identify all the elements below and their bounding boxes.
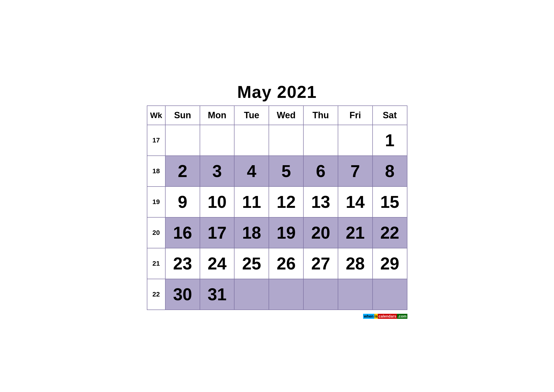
calendar-page: May 2021 Wk Sun Mon Tue Wed Thu Fri Sat … — [147, 82, 407, 310]
day-cell — [338, 279, 373, 310]
day-cell — [200, 125, 235, 156]
watermark: wheniscalendars.com — [363, 314, 407, 319]
day-cell: 24 — [200, 248, 235, 279]
day-cell: 21 — [338, 217, 373, 248]
day-cell: 4 — [234, 156, 269, 187]
week-number: 21 — [147, 248, 165, 279]
day-cell: 18 — [234, 217, 269, 248]
week-number: 18 — [147, 156, 165, 187]
day-cell: 26 — [269, 248, 303, 279]
day-cell: 13 — [303, 187, 338, 217]
header-sat: Sat — [373, 106, 407, 125]
calendar-row: 182345678 — [147, 156, 407, 187]
day-cell: 30 — [165, 279, 200, 310]
day-cell — [269, 279, 303, 310]
header-tue: Tue — [234, 106, 269, 125]
week-number: 22 — [147, 279, 165, 310]
calendar-row: 223031 — [147, 279, 407, 310]
week-number: 17 — [147, 125, 165, 156]
day-cell — [234, 125, 269, 156]
watermark-calendars: calendars — [378, 314, 397, 319]
day-cell: 17 — [200, 217, 235, 248]
header-wk: Wk — [147, 106, 165, 125]
calendar-row: 171 — [147, 125, 407, 156]
calendar-table: Wk Sun Mon Tue Wed Thu Fri Sat 171182345… — [147, 105, 407, 310]
header-sun: Sun — [165, 106, 200, 125]
day-cell — [303, 279, 338, 310]
day-cell: 3 — [200, 156, 235, 187]
day-cell: 6 — [303, 156, 338, 187]
header-row: Wk Sun Mon Tue Wed Thu Fri Sat — [147, 106, 407, 125]
day-cell — [338, 125, 373, 156]
day-cell: 22 — [373, 217, 407, 248]
day-cell: 14 — [338, 187, 373, 217]
day-cell — [269, 125, 303, 156]
day-cell — [165, 125, 200, 156]
day-cell: 10 — [200, 187, 235, 217]
day-cell: 27 — [303, 248, 338, 279]
day-cell: 16 — [165, 217, 200, 248]
day-cell — [373, 279, 407, 310]
calendar-title: May 2021 — [147, 82, 407, 102]
day-cell: 15 — [373, 187, 407, 217]
day-cell: 9 — [165, 187, 200, 217]
calendar-row: 2016171819202122 — [147, 217, 407, 248]
day-cell: 1 — [373, 125, 407, 156]
week-number: 19 — [147, 187, 165, 217]
header-wed: Wed — [269, 106, 303, 125]
day-cell: 29 — [373, 248, 407, 279]
calendar-row: 199101112131415 — [147, 187, 407, 217]
day-cell — [234, 279, 269, 310]
header-fri: Fri — [338, 106, 373, 125]
day-cell: 25 — [234, 248, 269, 279]
calendar-row: 2123242526272829 — [147, 248, 407, 279]
day-cell: 31 — [200, 279, 235, 310]
header-thu: Thu — [303, 106, 338, 125]
day-cell: 5 — [269, 156, 303, 187]
day-cell — [303, 125, 338, 156]
day-cell: 2 — [165, 156, 200, 187]
week-number: 20 — [147, 217, 165, 248]
day-cell: 11 — [234, 187, 269, 217]
watermark-is: is — [374, 314, 378, 319]
day-cell: 28 — [338, 248, 373, 279]
day-cell: 12 — [269, 187, 303, 217]
day-cell: 19 — [269, 217, 303, 248]
day-cell: 7 — [338, 156, 373, 187]
watermark-dotcom: .com — [397, 314, 407, 319]
header-mon: Mon — [200, 106, 235, 125]
day-cell: 20 — [303, 217, 338, 248]
day-cell: 8 — [373, 156, 407, 187]
day-cell: 23 — [165, 248, 200, 279]
watermark-when: when — [363, 314, 374, 319]
